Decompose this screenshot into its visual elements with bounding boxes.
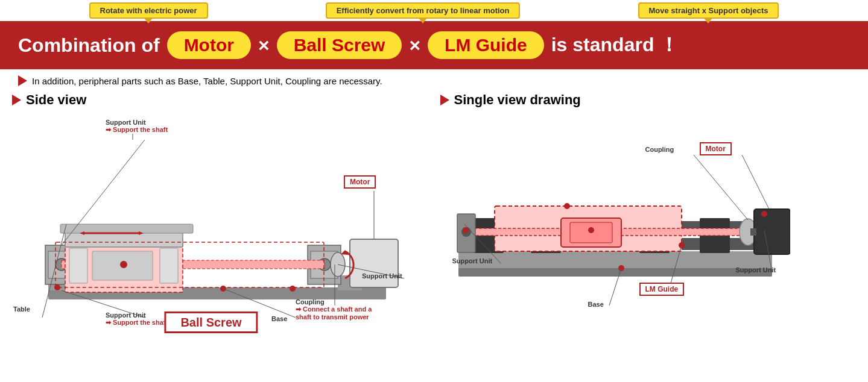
- label-table: Table: [13, 305, 30, 313]
- times1: ×: [258, 34, 270, 57]
- label-ball-screw-bottom: Ball Screw: [164, 316, 258, 330]
- side-view-diagram: Support Unit ➡ Support the shaft: [12, 113, 410, 330]
- top-annotations: Rotate with electric power Efficiently c…: [0, 0, 868, 21]
- notice-text: In addition, peripheral parts such as Ba…: [32, 76, 382, 86]
- label-base-singleview: Base: [588, 301, 604, 308]
- label-lm-guide: LM Guide: [639, 283, 685, 294]
- svg-point-23: [120, 261, 127, 268]
- annotation-ballscrew-text: Efficiently convert from rotary to linea…: [337, 6, 510, 15]
- single-view-title: Single view drawing: [440, 92, 857, 108]
- label-motor-sideview: Motor: [344, 176, 376, 187]
- svg-line-64: [742, 155, 769, 209]
- label-support-unit-left: Support Unit: [452, 257, 493, 265]
- svg-rect-15: [60, 224, 193, 233]
- label-support-unit-top-left: Support Unit ➡ Support the shaft: [106, 119, 168, 134]
- label-support-unit-right: Support Unit: [736, 266, 776, 274]
- svg-rect-56: [754, 209, 790, 254]
- is-standard-text: is standard ！: [551, 32, 679, 58]
- label-motor-singleview: Motor: [700, 143, 732, 154]
- svg-point-60: [761, 211, 767, 217]
- side-view-triangle-icon: [12, 95, 21, 105]
- label-coupling-singleview: Coupling: [645, 146, 674, 153]
- label-coupling-sideview: Coupling ➡ Connect a shaft and a shaft t…: [296, 298, 372, 321]
- motor-pill: Motor: [167, 31, 251, 59]
- single-view-diagram: Motor Coupling Support Unit LM Guide Bas…: [440, 113, 857, 336]
- single-view-section: Single view drawing: [440, 92, 857, 351]
- notice-line: In addition, peripheral parts such as Ba…: [0, 69, 868, 92]
- side-view-section: Side view: [12, 92, 428, 351]
- svg-point-25: [290, 286, 296, 292]
- label-base-sideview: Base: [271, 315, 287, 322]
- annotation-lmguide-text: Move straight x Support objects: [649, 6, 768, 15]
- annotation-lmguide: Move straight x Support objects: [638, 2, 779, 19]
- svg-rect-20: [350, 239, 398, 287]
- svg-rect-36: [458, 268, 772, 277]
- side-view-svg: [12, 113, 410, 330]
- svg-rect-46: [700, 235, 730, 253]
- svg-point-61: [588, 227, 594, 233]
- svg-point-19: [331, 252, 345, 277]
- annotation-ballscrew: Efficiently convert from rotary to linea…: [326, 2, 521, 19]
- notice-triangle-icon: [18, 75, 27, 86]
- lm-guide-pill: LM Guide: [428, 31, 544, 59]
- svg-rect-57: [750, 228, 756, 236]
- svg-point-58: [564, 203, 570, 209]
- single-view-svg: [440, 113, 790, 336]
- svg-point-24: [220, 286, 226, 292]
- svg-line-65: [694, 155, 748, 220]
- side-view-title: Side view: [12, 92, 428, 108]
- times2: ×: [409, 34, 420, 57]
- svg-rect-13: [160, 248, 178, 283]
- annotation-motor-text: Rotate with electric power: [100, 6, 197, 15]
- svg-rect-11: [69, 248, 87, 283]
- label-support-unit-right: Support Unit: [362, 272, 402, 280]
- label-support-unit-bottom-left: Support Unit ➡ Support the shaft: [106, 312, 168, 327]
- red-banner: Combination of Motor × Ball Screw × LM G…: [0, 21, 868, 69]
- combination-of-text: Combination of: [18, 34, 160, 57]
- annotation-motor: Rotate with electric power: [89, 2, 208, 19]
- single-view-triangle-icon: [440, 95, 449, 105]
- main-content: Side view: [0, 92, 868, 351]
- ball-screw-pill: Ball Screw: [277, 31, 402, 59]
